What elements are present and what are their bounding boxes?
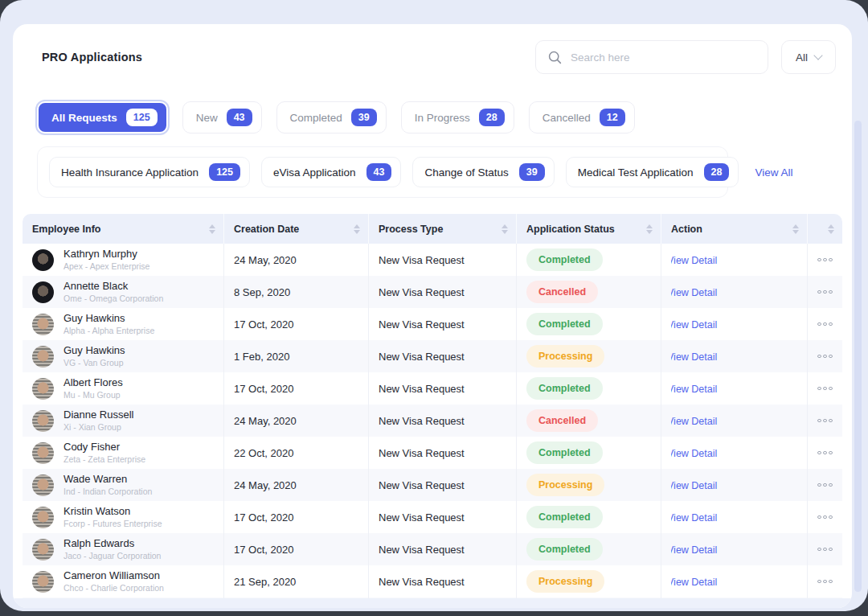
column-header-action[interactable]: Action xyxy=(661,214,807,244)
more-options-icon[interactable] xyxy=(814,544,836,555)
view-detail-link[interactable]: View Detail xyxy=(671,577,717,588)
request-tab[interactable]: All Requests 125 xyxy=(37,101,168,133)
view-detail-link[interactable]: View Detail xyxy=(671,287,717,298)
column-header-application-status[interactable]: Application Status xyxy=(516,214,661,244)
creation-date-cell: 24 May, 2020 xyxy=(223,244,368,276)
more-options-icon[interactable] xyxy=(814,577,836,587)
search-icon xyxy=(548,51,562,64)
request-tab[interactable]: New 43 xyxy=(182,101,262,133)
creation-date: 21 Sep, 2020 xyxy=(234,576,296,588)
search-input[interactable] xyxy=(571,51,755,64)
row-menu-cell xyxy=(807,308,842,340)
employee-company: VG - Van Group xyxy=(63,358,125,368)
employee-info-cell: Guy Hawkins VG - Van Group xyxy=(23,340,223,372)
table-footer-strip xyxy=(13,598,852,608)
more-options-icon[interactable] xyxy=(814,351,836,362)
request-tab[interactable]: Cancelled 12 xyxy=(529,101,635,133)
view-detail-link[interactable]: View Detail xyxy=(671,351,717,363)
sort-icon[interactable] xyxy=(792,224,799,234)
avatar xyxy=(32,249,54,271)
more-options-icon[interactable] xyxy=(814,255,836,265)
action-cell: View Detail xyxy=(661,244,807,276)
view-all-link[interactable]: View All xyxy=(755,166,792,179)
sort-icon[interactable] xyxy=(209,224,215,234)
employee-info-cell: Guy Hawkins Alpha - Alpha Enterprise xyxy=(23,308,223,340)
action-cell: View Detail xyxy=(661,501,807,533)
process-type: New Visa Request xyxy=(379,351,465,363)
process-type-chip[interactable]: Health Insurance Application 125 xyxy=(49,157,250,187)
sort-icon[interactable] xyxy=(354,224,360,234)
more-options-icon[interactable] xyxy=(814,319,836,330)
table-row: Kristin Watson Fcorp - Futures Enterpris… xyxy=(23,501,842,533)
chip-count-badge: 43 xyxy=(366,163,392,181)
process-type-chip[interactable]: eVisa Application 43 xyxy=(261,157,401,187)
tab-count-badge: 43 xyxy=(227,109,252,126)
tab-count-badge: 125 xyxy=(126,109,158,126)
creation-date: 24 May, 2020 xyxy=(234,415,297,427)
status-badge: Completed xyxy=(526,441,603,464)
application-status-cell: Processing xyxy=(516,469,661,501)
status-badge: Processing xyxy=(526,345,604,368)
request-tab[interactable]: In Progress 28 xyxy=(401,101,514,133)
creation-date: 17 Oct, 2020 xyxy=(234,383,293,395)
more-options-icon[interactable] xyxy=(814,287,836,298)
table-row: Dianne Russell Xi - Xian Group 24 May, 2… xyxy=(23,405,842,437)
table-row: Ralph Edwards Jaco - Jaguar Corporation … xyxy=(23,533,842,565)
process-type-cell: New Visa Request xyxy=(368,469,516,501)
more-options-icon[interactable] xyxy=(814,416,836,426)
application-status-cell: Completed xyxy=(516,372,661,405)
view-detail-link[interactable]: View Detail xyxy=(671,416,717,427)
process-type-chip[interactable]: Medical Test Application 28 xyxy=(566,157,739,187)
vertical-scrollbar[interactable] xyxy=(854,121,862,592)
content-card: PRO Applications All All Requests 125 xyxy=(13,24,852,608)
view-detail-link[interactable]: View Detail xyxy=(671,512,717,524)
request-tab[interactable]: Completed 39 xyxy=(276,101,387,133)
column-label: Creation Date xyxy=(234,224,299,235)
application-status-cell: Cancelled xyxy=(516,405,661,437)
sort-icon[interactable] xyxy=(646,224,653,234)
action-cell: View Detail xyxy=(661,372,807,405)
avatar xyxy=(32,378,54,400)
search-bar[interactable] xyxy=(535,40,768,74)
employee-company: Jaco - Jaguar Corporation xyxy=(63,551,161,561)
filter-dropdown[interactable]: All xyxy=(781,40,836,74)
process-type-chip[interactable]: Change of Status 39 xyxy=(412,157,554,187)
avatar xyxy=(32,571,54,593)
view-detail-link[interactable]: View Detail xyxy=(671,255,717,266)
view-detail-link[interactable]: View Detail xyxy=(671,448,717,459)
row-menu-cell xyxy=(807,533,842,565)
applications-table: Employee Info Creation Date Process Type… xyxy=(23,214,842,608)
employee-info-cell: Albert Flores Mu - Mu Group xyxy=(23,372,223,405)
view-detail-link[interactable]: View Detail xyxy=(671,319,717,331)
more-options-icon[interactable] xyxy=(814,480,836,491)
sort-icon[interactable] xyxy=(828,224,834,234)
view-detail-link[interactable]: View Detail xyxy=(671,384,717,395)
process-type: New Visa Request xyxy=(379,447,465,459)
creation-date-cell: 8 Sep, 2020 xyxy=(223,276,368,308)
view-detail-link[interactable]: View Detail xyxy=(671,544,717,556)
column-header-process-type[interactable]: Process Type xyxy=(368,214,516,244)
creation-date-cell: 1 Feb, 2020 xyxy=(223,340,368,372)
column-header-menu[interactable] xyxy=(807,214,842,244)
table-row: Annette Black Ome - Omega Corporation 8 … xyxy=(23,276,842,308)
view-detail-link[interactable]: View Detail xyxy=(671,480,717,491)
column-header-creation-date[interactable]: Creation Date xyxy=(223,214,368,244)
table-row: Kathryn Murphy Apex - Apex Enterprise 24… xyxy=(23,244,842,276)
more-options-icon[interactable] xyxy=(814,384,836,394)
more-options-icon[interactable] xyxy=(814,448,836,458)
application-status-cell: Completed xyxy=(516,533,661,565)
row-menu-cell xyxy=(807,565,842,598)
sort-icon[interactable] xyxy=(502,224,508,234)
employee-company: Mu - Mu Group xyxy=(63,390,123,400)
employee-name: Dianne Russell xyxy=(63,409,133,421)
process-type-cell: New Visa Request xyxy=(368,405,516,437)
more-options-icon[interactable] xyxy=(814,512,836,523)
column-label: Employee Info xyxy=(32,224,100,235)
top-bar-controls: All xyxy=(535,40,836,74)
column-header-employee-info[interactable]: Employee Info xyxy=(23,214,223,244)
avatar xyxy=(32,314,54,335)
employee-name: Cameron Williamson xyxy=(63,569,164,582)
employee-name: Albert Flores xyxy=(63,376,123,389)
employee-info-cell: Annette Black Ome - Omega Corporation xyxy=(23,276,223,308)
employee-name: Annette Black xyxy=(63,280,163,293)
